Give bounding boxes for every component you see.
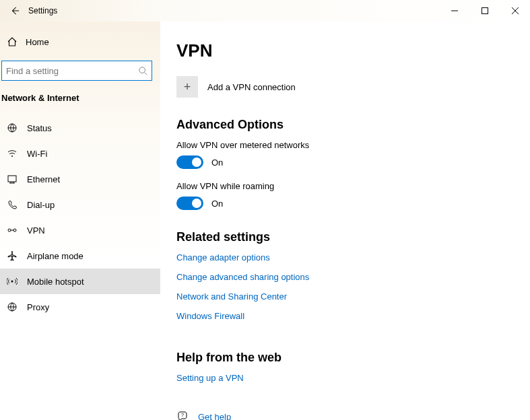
related-heading: Related settings — [176, 230, 514, 244]
back-button[interactable] — [5, 1, 24, 20]
svg-point-3 — [11, 155, 13, 157]
maximize-button[interactable] — [469, 0, 500, 22]
section-label: Network & Internet — [0, 89, 160, 110]
sidebar-item-proxy[interactable]: Proxy — [0, 294, 160, 320]
get-help-link[interactable]: ? Get help — [176, 411, 514, 420]
wifi-icon — [7, 148, 18, 159]
main-content: VPN + Add a VPN connection Advanced Opti… — [160, 22, 530, 420]
search-icon — [138, 66, 147, 75]
toggle-metered-state: On — [211, 158, 223, 168]
plus-icon: + — [176, 76, 198, 98]
sidebar-item-label: VPN — [27, 225, 45, 236]
home-icon — [7, 36, 18, 47]
toggle-roaming[interactable] — [176, 197, 203, 210]
sidebar-item-label: Airplane mode — [27, 251, 84, 261]
footer-links: ? Get help Give feedback — [176, 411, 514, 420]
title-bar: Settings — [0, 0, 530, 22]
sidebar-item-label: Proxy — [27, 302, 49, 312]
sidebar-item-label: Ethernet — [27, 174, 60, 184]
arrow-left-icon — [10, 6, 20, 15]
svg-rect-0 — [482, 8, 488, 14]
advanced-heading: Advanced Options — [176, 118, 514, 132]
help-section: Help from the web Setting up a VPN — [176, 351, 514, 392]
toggle-roaming-state: On — [211, 199, 223, 209]
search-box[interactable] — [1, 61, 152, 81]
close-button[interactable] — [500, 0, 530, 22]
home-label: Home — [26, 37, 49, 47]
dialup-icon — [7, 199, 18, 210]
sidebar-item-airplane[interactable]: Airplane mode — [0, 243, 160, 269]
option-roaming-label: Allow VPN while roaming — [176, 181, 514, 191]
status-icon — [7, 123, 18, 133]
sidebar-item-status[interactable]: Status — [0, 115, 160, 141]
window-controls — [439, 0, 530, 22]
sidebar-item-ethernet[interactable]: Ethernet — [0, 166, 160, 192]
minimize-button[interactable] — [439, 0, 469, 22]
airplane-icon — [7, 250, 18, 261]
sidebar-item-wifi[interactable]: Wi-Fi — [0, 141, 160, 166]
svg-point-6 — [13, 229, 16, 232]
add-vpn-label: Add a VPN connection — [207, 82, 296, 92]
sidebar-item-label: Status — [27, 123, 52, 133]
link-advanced-sharing[interactable]: Change advanced sharing options — [176, 272, 309, 282]
home-button[interactable]: Home — [0, 30, 160, 54]
toggle-metered[interactable] — [176, 155, 203, 169]
hotspot-icon — [7, 276, 18, 287]
vpn-icon — [7, 225, 18, 236]
svg-point-7 — [11, 281, 13, 283]
svg-rect-4 — [8, 176, 16, 182]
close-icon — [512, 7, 519, 14]
proxy-icon — [7, 302, 18, 312]
sidebar-item-label: Dial-up — [27, 200, 55, 210]
sidebar-item-label: Wi-Fi — [27, 149, 47, 159]
sidebar-item-vpn[interactable]: VPN — [0, 217, 160, 243]
add-vpn-button[interactable]: + Add a VPN connection — [176, 76, 514, 98]
help-heading: Help from the web — [176, 351, 514, 365]
option-metered-label: Allow VPN over metered networks — [176, 140, 514, 150]
window-title: Settings — [28, 6, 57, 15]
minimize-icon — [451, 7, 458, 14]
sidebar: Home Network & Internet Status Wi-Fi Eth… — [0, 22, 160, 420]
link-network-center[interactable]: Network and Sharing Center — [176, 291, 287, 302]
svg-point-1 — [139, 67, 145, 73]
link-setting-up-vpn[interactable]: Setting up a VPN — [176, 373, 244, 383]
sidebar-item-dialup[interactable]: Dial-up — [0, 192, 160, 217]
maximize-icon — [482, 7, 488, 14]
related-section: Related settings Change adapter options … — [176, 230, 514, 330]
nav-list: Status Wi-Fi Ethernet Dial-up VPN Airpla… — [0, 115, 160, 320]
option-metered: Allow VPN over metered networks On — [176, 140, 514, 169]
ethernet-icon — [7, 174, 18, 184]
svg-text:?: ? — [181, 413, 184, 417]
option-roaming: Allow VPN while roaming On — [176, 181, 514, 210]
sidebar-item-label: Mobile hotspot — [27, 277, 84, 287]
page-title: VPN — [176, 40, 514, 61]
svg-point-5 — [8, 229, 11, 232]
link-adapter-options[interactable]: Change adapter options — [176, 252, 270, 262]
sidebar-item-hotspot[interactable]: Mobile hotspot — [0, 269, 160, 294]
search-input[interactable] — [6, 66, 138, 76]
help-icon: ? — [176, 411, 189, 420]
link-windows-firewall[interactable]: Windows Firewall — [176, 311, 244, 321]
get-help-label: Get help — [198, 412, 231, 421]
